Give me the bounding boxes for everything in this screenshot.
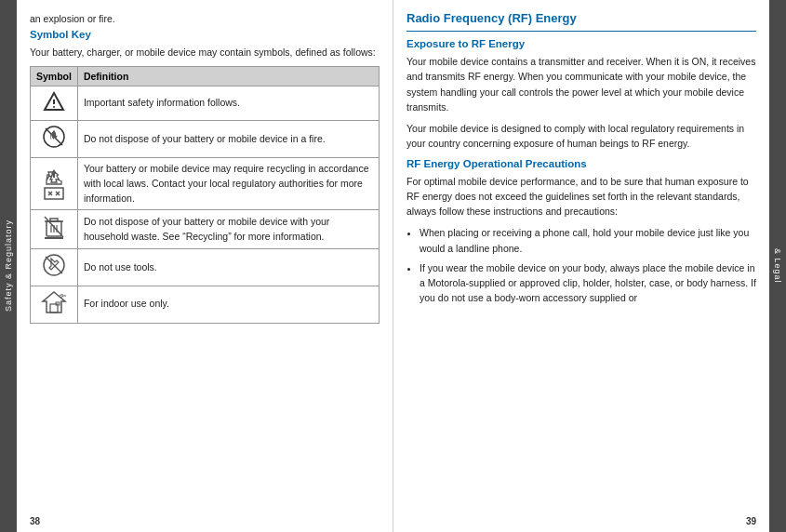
page-num-left: 38 — [30, 516, 40, 526]
def-no-trash: Do not dispose of your battery or mobile… — [77, 210, 379, 249]
svg-rect-5 — [45, 188, 63, 199]
def-no-fire: Do not dispose of your battery or mobile… — [77, 121, 379, 158]
svg-line-19 — [46, 257, 62, 273]
section1-para2: Your mobile device is designed to comply… — [406, 121, 756, 152]
section2-title: RF Energy Operational Precautions — [406, 158, 756, 169]
section1-para1: Your mobile device contains a transmitte… — [406, 54, 756, 114]
right-tab: & Legal — [769, 0, 786, 532]
col-symbol: Symbol — [31, 66, 78, 86]
section2-intro: For optimal mobile device performance, a… — [406, 174, 756, 219]
icon-cell-warning — [31, 86, 78, 121]
svg-rect-12 — [50, 219, 58, 221]
top-text: an explosion or fire. — [30, 11, 380, 26]
table-row: Your battery or mobile device may requir… — [31, 158, 380, 210]
col-definition: Definition — [77, 66, 379, 86]
icon-cell-no-fire — [31, 121, 78, 158]
def-indoor: For indoor use only. — [77, 286, 379, 323]
left-tab-label: Safety & Regulatory — [4, 219, 13, 312]
page-num-right: 39 — [746, 516, 756, 526]
svg-point-2 — [53, 106, 55, 108]
no-trash-icon — [42, 214, 66, 240]
table-row: Do not dispose of your battery or mobile… — [31, 121, 380, 158]
main-title: Radio Frequency (RF) Energy — [406, 11, 756, 25]
svg-rect-17 — [45, 237, 63, 239]
svg-marker-20 — [43, 292, 65, 313]
icon-cell-no-tools — [31, 249, 78, 286]
table-row: Do not dispose of your battery or mobile… — [31, 210, 380, 249]
icon-cell-indoor — [31, 286, 78, 323]
no-tools-icon — [42, 253, 66, 277]
cross-box-icon — [44, 187, 64, 200]
left-tab: Safety & Regulatory — [0, 0, 17, 532]
section1-title: Exposure to RF Energy — [406, 38, 756, 49]
section-divider — [406, 31, 756, 32]
table-row: Do not use tools. — [31, 249, 380, 286]
def-no-tools: Do not use tools. — [77, 249, 379, 286]
page-left: an explosion or fire. Symbol Key Your ba… — [17, 0, 393, 532]
symbol-key-intro: Your battery, charger, or mobile device … — [30, 45, 380, 60]
table-row: Important safety information follows. — [31, 86, 380, 121]
page-right: Radio Frequency (RF) Energy Exposure to … — [393, 0, 769, 532]
indoor-icon — [41, 290, 67, 314]
table-row: For indoor use only. — [31, 286, 380, 323]
icon-cell-recycle — [31, 158, 78, 210]
recycle-icon — [43, 167, 65, 186]
def-recycle: Your battery or mobile device may requir… — [77, 158, 379, 210]
def-warning: Important safety information follows. — [77, 86, 379, 121]
warning-icon — [43, 90, 65, 113]
recycle-cross-icon — [36, 167, 72, 200]
icon-cell-no-trash — [31, 210, 78, 249]
bullet-item: If you wear the mobile device on your bo… — [420, 260, 756, 306]
bullet-list: When placing or receiving a phone call, … — [420, 225, 756, 305]
symbol-key-title: Symbol Key — [30, 29, 380, 40]
no-fire-icon — [42, 125, 66, 149]
svg-line-16 — [45, 217, 63, 237]
bullet-item: When placing or receiving a phone call, … — [420, 225, 756, 256]
symbol-table: Symbol Definition Important safety infor… — [30, 66, 380, 324]
right-tab-label: & Legal — [773, 248, 782, 284]
